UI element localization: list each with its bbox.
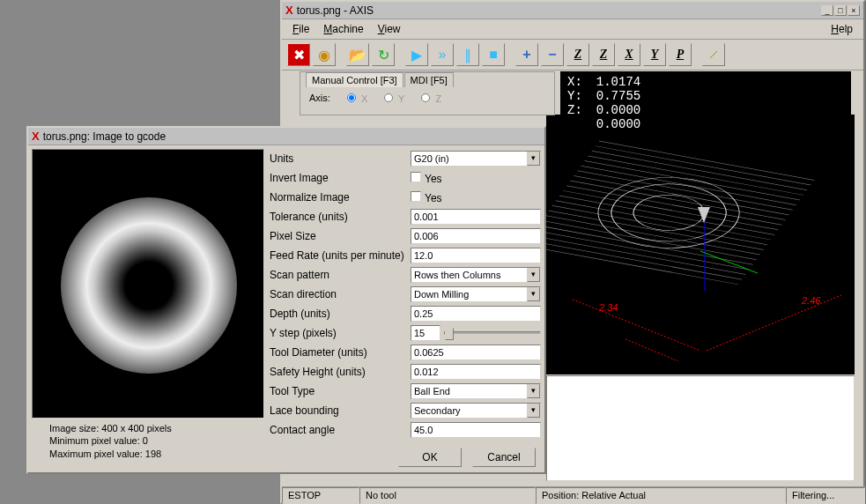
estop-button[interactable]: ✖ <box>287 43 310 66</box>
tab-manual-control[interactable]: Manual Control [F3] <box>306 72 403 87</box>
view-z2-button[interactable]: Z <box>592 43 615 66</box>
view-p-button[interactable]: P <box>669 43 692 66</box>
tooltype-label: Tool Type <box>270 385 411 397</box>
scandir-label: Scan direction <box>270 288 411 300</box>
units-combo[interactable]: G20 (in)▾ <box>411 151 541 167</box>
toolpath-graphic <box>546 115 855 374</box>
pixelsize-input[interactable] <box>411 228 541 244</box>
axis-titlebar: X torus.png - AXIS _ □ × <box>282 2 863 19</box>
axis-label: Axis: <box>309 93 330 103</box>
torus-image <box>61 197 237 374</box>
tooldia-label: Tool Diameter (units) <box>270 346 411 359</box>
maximize-button[interactable]: □ <box>834 5 847 16</box>
lacebound-combo[interactable]: Secondary▾ <box>411 403 541 419</box>
svg-line-27 <box>625 339 678 361</box>
depth-input[interactable] <box>411 306 541 322</box>
chevron-down-icon[interactable]: ▾ <box>527 152 540 166</box>
svg-point-22 <box>579 167 759 258</box>
tolerance-input[interactable] <box>411 209 541 225</box>
run-button[interactable]: ▶ <box>405 43 428 66</box>
view-z-button[interactable]: Z <box>566 43 589 66</box>
dialog-titlebar: X torus.png: Image to gcode <box>28 128 544 145</box>
zoom-in-button[interactable]: + <box>515 43 538 66</box>
dro-panel: X: 1.0174 Y: 0.7755 Z: 0.0000 0.0000 <box>560 71 851 135</box>
chevron-down-icon[interactable]: ▾ <box>527 404 540 418</box>
svg-line-7 <box>574 175 788 214</box>
control-tab-area: Manual Control [F3] MDI [F5] Axis: X Y Z <box>300 71 555 115</box>
svg-line-14 <box>549 211 764 249</box>
view-y-button[interactable]: Y <box>643 43 666 66</box>
feedrate-input[interactable] <box>411 248 541 263</box>
svg-line-15 <box>546 216 760 255</box>
minimize-button[interactable]: _ <box>821 5 833 16</box>
image-preview <box>32 149 264 419</box>
ystep-slider[interactable] <box>444 331 541 335</box>
safeheight-input[interactable] <box>411 364 541 380</box>
contact-input[interactable] <box>411 422 541 438</box>
svg-line-4 <box>585 161 800 200</box>
axis-radio-z[interactable] <box>421 93 430 102</box>
image-min-label: Minimum pixel value: 0 <box>49 434 247 447</box>
svg-line-17 <box>546 226 753 264</box>
scanpattern-label: Scan pattern <box>270 269 411 281</box>
chevron-down-icon[interactable]: ▾ <box>527 384 540 398</box>
image-max-label: Maximum pixel value: 198 <box>49 448 247 460</box>
clear-plot-button[interactable]: ⟋ <box>702 43 725 66</box>
tab-mdi[interactable]: MDI [F5] <box>404 72 454 87</box>
dro-x-label: X: <box>567 75 581 89</box>
axis-radio-x[interactable] <box>347 93 356 102</box>
view-x-button[interactable]: X <box>618 43 640 66</box>
units-label: Units <box>270 152 411 165</box>
ystep-input[interactable] <box>411 325 440 341</box>
ystep-label: Y step (pixels) <box>270 327 411 339</box>
open-file-button[interactable]: 📂 <box>346 43 369 66</box>
invert-label: Invert Image <box>270 172 411 184</box>
toolpath-viewport[interactable]: 2.34 2.46 <box>546 115 855 374</box>
status-tool: No tool <box>359 487 536 504</box>
menu-help[interactable]: Help <box>824 21 860 37</box>
power-button[interactable]: ◉ <box>313 43 336 66</box>
menu-machine[interactable]: Machine <box>316 21 370 37</box>
stop-button[interactable]: ■ <box>482 43 505 66</box>
dro-extra-val: 0.0000 <box>596 117 640 131</box>
menu-file[interactable]: File <box>285 21 316 37</box>
image-info: Image size: 400 x 400 pixels Minimum pix… <box>32 419 264 463</box>
ok-button[interactable]: OK <box>398 448 462 467</box>
tooldia-input[interactable] <box>411 345 541 360</box>
normalize-checkbox[interactable] <box>411 191 421 202</box>
reload-button[interactable]: ↻ <box>372 43 395 66</box>
tolerance-label: Tolerance (units) <box>270 211 411 223</box>
depth-label: Depth (units) <box>270 308 411 320</box>
dro-x-val: 1.0174 <box>596 75 640 89</box>
axis-toolbar: ✖ ◉ 📂 ↻ ▶ » ∥ ■ + − Z Z X Y P ⟋ <box>282 40 863 70</box>
close-button[interactable]: × <box>847 5 860 16</box>
statusbar: ESTOP No tool Position: Relative Actual … <box>282 486 865 504</box>
tooltype-combo[interactable]: Ball End▾ <box>411 383 541 399</box>
cancel-button[interactable]: Cancel <box>472 448 536 467</box>
axis-title: torus.png - AXIS <box>297 4 820 17</box>
svg-point-23 <box>596 176 743 249</box>
step-button[interactable]: » <box>431 43 454 66</box>
gcode-text-area[interactable] <box>546 375 855 481</box>
slider-thumb[interactable] <box>445 328 454 340</box>
dro-y-label: Y: <box>567 89 581 103</box>
scanpattern-combo[interactable]: Rows then Columns▾ <box>411 267 541 283</box>
zoom-out-button[interactable]: − <box>541 43 564 66</box>
chevron-down-icon[interactable]: ▾ <box>527 268 540 282</box>
chevron-down-icon[interactable]: ▾ <box>527 287 540 301</box>
svg-line-1 <box>596 146 810 185</box>
safeheight-label: Safety Height (units) <box>270 366 411 378</box>
menu-view[interactable]: View <box>371 21 408 37</box>
svg-line-6 <box>577 171 792 210</box>
pause-button[interactable]: ∥ <box>456 43 479 66</box>
scandir-combo[interactable]: Down Milling▾ <box>411 286 541 302</box>
status-position: Position: Relative Actual <box>536 487 786 504</box>
feedrate-label: Feed Rate (units per minute) <box>270 249 411 262</box>
invert-checkbox[interactable] <box>411 172 421 182</box>
svg-line-3 <box>588 156 803 195</box>
image-size-label: Image size: 400 x 400 pixels <box>49 422 247 434</box>
svg-line-18 <box>546 230 749 269</box>
axis-radio-y[interactable] <box>384 93 393 102</box>
image-to-gcode-dialog: X torus.png: Image to gcode Image size: … <box>26 126 546 474</box>
dim-label-1: 2.34 <box>599 302 618 313</box>
